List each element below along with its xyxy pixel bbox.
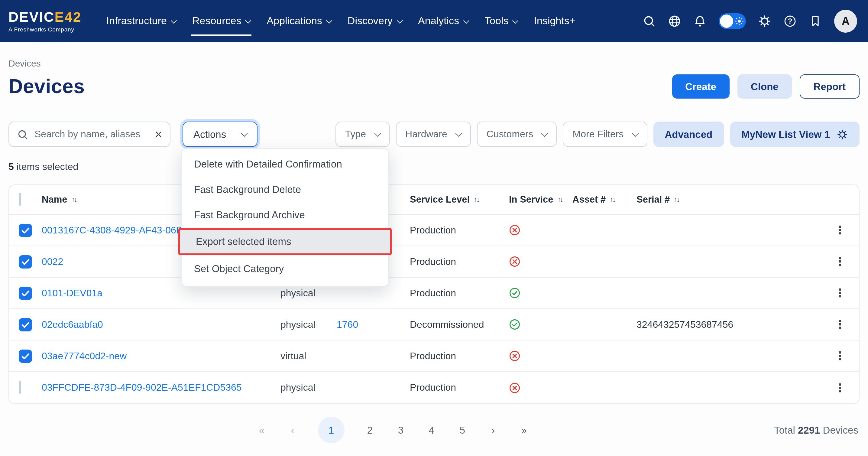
- type-cell: virtual: [280, 351, 337, 361]
- pagination-page-3[interactable]: 3: [395, 424, 406, 436]
- create-button[interactable]: Create: [672, 74, 730, 98]
- sort-icon[interactable]: ↑↓: [558, 195, 562, 204]
- chevron-down-icon: [513, 17, 519, 23]
- checkbox-cell: [9, 286, 42, 300]
- actions-dropdown-menu: Delete with Detailed ConfirmationFast Ba…: [181, 148, 389, 287]
- service-level-cell: Decommissioned: [410, 319, 500, 330]
- type-cell: physical: [280, 319, 337, 330]
- pagination: « ‹ 12345› »: [256, 417, 529, 443]
- column-header-in-service[interactable]: In Service↑↓: [500, 194, 572, 205]
- pagination-page-2[interactable]: 2: [365, 424, 375, 436]
- view-settings-gear-icon[interactable]: [837, 128, 848, 140]
- nav-item-analytics[interactable]: Analytics: [418, 13, 468, 30]
- menu-item-fast-background-delete[interactable]: Fast Background Delete: [182, 177, 388, 202]
- checkbox-cell: [9, 318, 42, 331]
- column-header-service-level[interactable]: Service Level↑↓: [410, 194, 500, 205]
- table-row: 02edc6aabfa0physical1760Decommissioned32…: [9, 309, 859, 340]
- report-button[interactable]: Report: [800, 74, 860, 98]
- chevron-down-icon: [326, 17, 332, 23]
- chevron-down-icon: [632, 130, 639, 137]
- advanced-filter-button[interactable]: Advanced: [653, 122, 724, 147]
- nav-item-infrastructure[interactable]: Infrastructure: [106, 13, 176, 30]
- pagination-next[interactable]: ›: [488, 424, 499, 436]
- list-view-button[interactable]: MyNew List View 1: [730, 122, 860, 147]
- pagination-last[interactable]: »: [519, 424, 529, 436]
- pagination-first[interactable]: «: [256, 424, 267, 436]
- sort-icon[interactable]: ↑↓: [610, 195, 615, 204]
- nav-item-tools[interactable]: Tools: [485, 13, 518, 30]
- sort-icon[interactable]: ↑↓: [71, 195, 76, 204]
- device42-logo[interactable]: DEVICE42 A Freshworks Company: [8, 10, 82, 32]
- nav-item-label: Applications: [267, 15, 322, 27]
- row-menu-button[interactable]: ⋮: [834, 287, 859, 299]
- sort-icon[interactable]: ↑↓: [674, 195, 679, 204]
- top-nav: DEVICE42 A Freshworks Company Infrastruc…: [0, 0, 868, 42]
- actions-label: Actions: [193, 128, 226, 140]
- globe-icon[interactable]: [668, 14, 681, 28]
- search-icon[interactable]: [643, 14, 656, 28]
- row-menu-button[interactable]: ⋮: [834, 350, 859, 362]
- select-all-checkbox[interactable]: [19, 193, 21, 206]
- avatar[interactable]: A: [834, 10, 857, 33]
- pagination-prev[interactable]: ‹: [287, 424, 298, 436]
- clear-search-icon[interactable]: ×: [155, 128, 162, 140]
- bell-icon[interactable]: [693, 14, 707, 28]
- filter-select-customers[interactable]: Customers: [477, 122, 557, 147]
- column-header-serial[interactable]: Serial #↑↓: [637, 194, 832, 205]
- nav-item-insights[interactable]: Insights+: [534, 13, 576, 30]
- menu-item-set-object-category[interactable]: Set Object Category: [182, 256, 388, 281]
- filter-select-hardware[interactable]: Hardware: [396, 122, 471, 147]
- row-menu-button[interactable]: ⋮: [834, 382, 859, 393]
- service-level-cell: Production: [410, 225, 500, 236]
- help-icon[interactable]: ?: [783, 14, 797, 28]
- actions-dropdown-button[interactable]: Actions: [183, 122, 257, 147]
- filter-select-more-filters[interactable]: More Filters: [563, 122, 647, 147]
- sort-icon[interactable]: ↑↓: [474, 195, 479, 204]
- row-checkbox[interactable]: [19, 318, 32, 331]
- search-box: ×: [8, 122, 170, 147]
- nav-item-applications[interactable]: Applications: [267, 13, 331, 30]
- pagination-page-4[interactable]: 4: [426, 424, 437, 436]
- row-checkbox[interactable]: [19, 286, 32, 300]
- row-menu-button[interactable]: ⋮: [834, 256, 859, 267]
- clone-button[interactable]: Clone: [738, 74, 792, 98]
- menu-item-delete-with-detailed-confirmation[interactable]: Delete with Detailed Confirmation: [182, 151, 388, 177]
- device-name-link[interactable]: 02edc6aabfa0: [42, 319, 280, 330]
- row-checkbox[interactable]: [19, 255, 32, 268]
- row-checkbox[interactable]: [19, 223, 32, 237]
- search-input[interactable]: [34, 129, 149, 140]
- pagination-page-1[interactable]: 1: [318, 417, 345, 443]
- gear-icon[interactable]: [758, 14, 771, 28]
- nav-item-discovery[interactable]: Discovery: [347, 13, 402, 30]
- bookmark-icon[interactable]: [809, 14, 822, 28]
- logo-text: DEVICE42: [8, 10, 82, 24]
- column-header-asset[interactable]: Asset #↑↓: [572, 194, 637, 205]
- table-row: 0013167C-4308-4929-AF43-06D6Production⋮: [9, 215, 859, 246]
- row-menu-button[interactable]: ⋮: [834, 224, 859, 236]
- device-name-link[interactable]: 03FFCDFE-873D-4F09-902E-A51EF1CD5365: [42, 382, 280, 393]
- chevron-down-icon: [463, 17, 469, 23]
- row-menu-button[interactable]: ⋮: [834, 319, 859, 330]
- filter-select-type[interactable]: Type: [336, 122, 390, 147]
- breadcrumb[interactable]: Devices: [8, 58, 41, 68]
- nav-item-resources[interactable]: Resources: [192, 13, 251, 30]
- nav-item-label: Insights+: [534, 15, 576, 27]
- menu-item-export-selected-items[interactable]: Export selected items: [178, 228, 392, 255]
- menu-item-fast-background-archive[interactable]: Fast Background Archive: [182, 202, 388, 227]
- device-name-link[interactable]: 03ae7774c0d2-new: [42, 351, 280, 361]
- hardware-link[interactable]: 1760: [337, 319, 410, 330]
- table-header-row: Name↑↓ Service Level↑↓ In Service↑↓ Asse…: [9, 185, 859, 215]
- filter-select-label: More Filters: [573, 129, 624, 140]
- table-row: 03FFCDFE-873D-4F09-902E-A51EF1CD5365phys…: [9, 372, 859, 403]
- nav-right-icons: ? A: [643, 10, 857, 33]
- row-checkbox[interactable]: [19, 349, 32, 363]
- theme-toggle[interactable]: [719, 13, 746, 29]
- checkbox-cell: [9, 255, 42, 268]
- chevron-down-icon: [397, 17, 403, 23]
- filter-select-label: Customers: [487, 129, 533, 140]
- sun-icon: [735, 16, 744, 26]
- pagination-page-5[interactable]: 5: [457, 424, 468, 436]
- chevron-down-icon: [374, 130, 381, 137]
- device-name-link[interactable]: 0101-DEV01a: [42, 287, 280, 299]
- row-checkbox[interactable]: [19, 381, 21, 394]
